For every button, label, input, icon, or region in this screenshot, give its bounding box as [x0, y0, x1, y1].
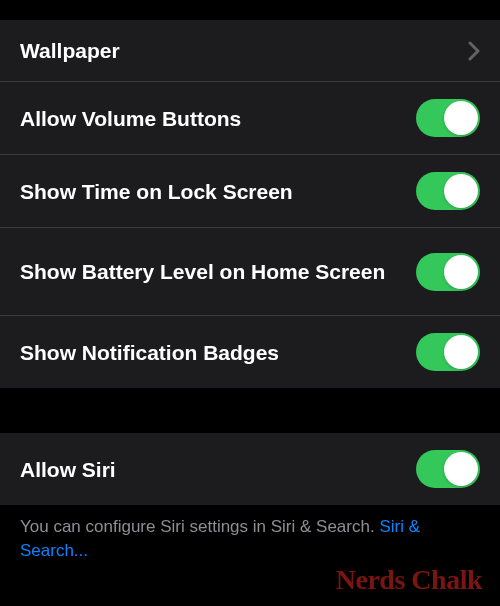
- show-time-row: Show Time on Lock Screen: [0, 155, 500, 228]
- allow-siri-label: Allow Siri: [20, 456, 416, 483]
- battery-level-row: Show Battery Level on Home Screen: [0, 228, 500, 316]
- notification-badges-label: Show Notification Badges: [20, 339, 416, 366]
- show-time-label: Show Time on Lock Screen: [20, 178, 416, 205]
- chevron-right-icon: [468, 41, 480, 61]
- siri-footer-text: You can configure Siri settings in Siri …: [0, 505, 500, 563]
- notification-badges-toggle[interactable]: [416, 333, 480, 371]
- wallpaper-label: Wallpaper: [20, 37, 468, 64]
- wallpaper-row[interactable]: Wallpaper: [0, 20, 500, 82]
- notification-badges-row: Show Notification Badges: [0, 316, 500, 388]
- siri-footer-prefix: You can configure Siri settings in Siri …: [20, 517, 379, 536]
- settings-section-2: Allow Siri: [0, 433, 500, 505]
- allow-volume-buttons-toggle[interactable]: [416, 99, 480, 137]
- allow-volume-buttons-row: Allow Volume Buttons: [0, 82, 500, 155]
- show-time-toggle[interactable]: [416, 172, 480, 210]
- settings-section-1: Wallpaper Allow Volume Buttons Show Time…: [0, 20, 500, 388]
- watermark: Nerds Chalk: [336, 564, 482, 596]
- battery-level-label: Show Battery Level on Home Screen: [20, 258, 416, 285]
- allow-siri-row: Allow Siri: [0, 433, 500, 505]
- battery-level-toggle[interactable]: [416, 253, 480, 291]
- allow-volume-buttons-label: Allow Volume Buttons: [20, 105, 416, 132]
- allow-siri-toggle[interactable]: [416, 450, 480, 488]
